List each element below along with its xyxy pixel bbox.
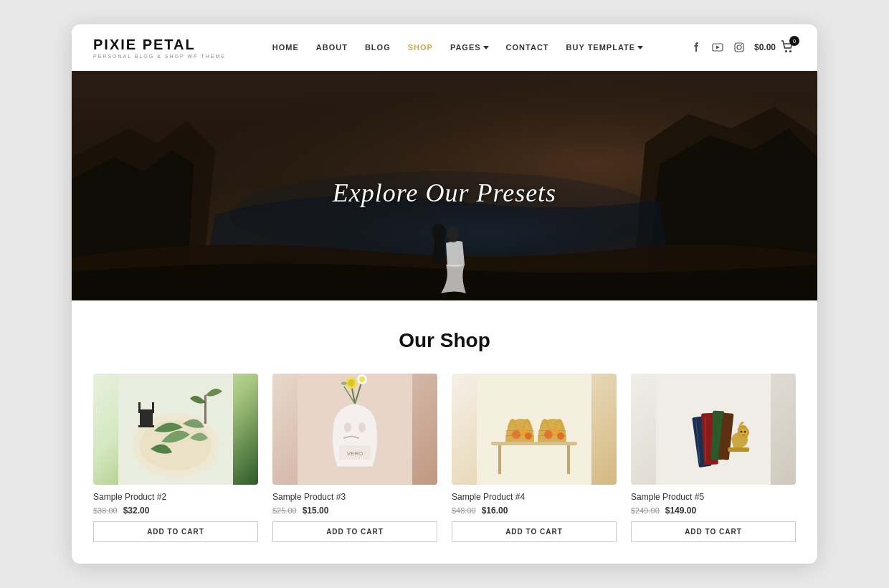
svg-point-40 xyxy=(525,432,532,440)
product-name-2: Sample Product #3 xyxy=(272,492,437,502)
pages-chevron-icon xyxy=(483,46,489,49)
svg-rect-36 xyxy=(498,445,501,474)
add-to-cart-btn-2[interactable]: ADD TO CART xyxy=(272,521,437,542)
original-price-2: $25.00 xyxy=(272,506,297,515)
product-image-4[interactable] xyxy=(631,374,796,485)
svg-rect-18 xyxy=(138,425,154,427)
product-name-1: Sample Product #2 xyxy=(93,492,258,502)
site-header: PIXIE PETAL PERSONAL BLOG & SHOP WP THEM… xyxy=(72,24,817,71)
product-prices-1: $38.00 $32.00 xyxy=(93,506,258,516)
svg-point-23 xyxy=(344,422,351,432)
products-grid: Sample Product #2 $38.00 $32.00 ADD TO C… xyxy=(93,374,796,542)
cart-badge: 0 xyxy=(789,36,799,46)
svg-rect-34 xyxy=(477,374,591,485)
svg-point-3 xyxy=(737,45,741,49)
product-name-4: Sample Product #5 xyxy=(631,492,796,502)
svg-point-6 xyxy=(789,50,791,52)
nav-buy-template[interactable]: BUY TEMPLATE xyxy=(566,43,644,52)
product-card-2: VERO Sample Product #3 $25.00 $15.00 ADD… xyxy=(272,374,437,542)
nav-blog[interactable]: BLOG xyxy=(365,43,391,52)
shop-title: Our Shop xyxy=(93,329,796,352)
svg-rect-20 xyxy=(152,402,154,413)
browser-window: PIXIE PETAL PERSONAL BLOG & SHOP WP THEM… xyxy=(72,24,817,564)
product-image-2[interactable]: VERO xyxy=(272,374,437,485)
product-card-4: Sample Product #5 $249.00 $149.00 ADD TO… xyxy=(631,374,796,542)
product-prices-2: $25.00 $15.00 xyxy=(272,506,437,516)
svg-point-5 xyxy=(785,50,787,52)
sale-price-3: $16.00 xyxy=(482,506,508,516)
nav-contact[interactable]: CONTACT xyxy=(506,43,549,52)
cart-icon-wrapper: 0 xyxy=(780,39,796,55)
add-to-cart-btn-4[interactable]: ADD TO CART xyxy=(631,521,796,542)
logo-sub-text: PERSONAL BLOG & SHOP WP THEME xyxy=(93,54,226,59)
svg-point-24 xyxy=(358,422,366,432)
svg-point-11 xyxy=(432,224,446,241)
youtube-icon[interactable] xyxy=(711,41,724,54)
svg-point-53 xyxy=(741,431,743,433)
main-nav: HOME ABOUT BLOG SHOP PAGES CONTACT BUY T… xyxy=(272,43,643,52)
facebook-icon[interactable] xyxy=(690,41,703,54)
sale-price-4: $149.00 xyxy=(665,506,696,516)
svg-marker-1 xyxy=(716,46,720,49)
svg-point-43 xyxy=(557,432,564,440)
svg-point-27 xyxy=(348,379,355,387)
hero-banner: Explore Our Presets xyxy=(72,71,817,300)
add-to-cart-btn-1[interactable]: ADD TO CART xyxy=(93,521,258,542)
header-right: $0.00 0 xyxy=(690,39,796,55)
svg-rect-21 xyxy=(204,395,206,424)
buy-template-chevron-icon xyxy=(637,46,643,49)
hero-text: Explore Our Presets xyxy=(333,178,556,208)
sale-price-2: $15.00 xyxy=(303,506,329,516)
product-prices-3: $48.00 $16.00 xyxy=(452,506,617,516)
original-price-4: $249.00 xyxy=(631,506,660,515)
svg-rect-17 xyxy=(140,409,153,427)
sale-price-1: $32.00 xyxy=(123,506,150,516)
original-price-3: $48.00 xyxy=(452,506,476,515)
product-card-1: Sample Product #2 $38.00 $32.00 ADD TO C… xyxy=(93,374,258,542)
nav-pages[interactable]: PAGES xyxy=(450,43,489,52)
svg-point-13 xyxy=(447,227,460,242)
svg-rect-19 xyxy=(138,402,141,413)
svg-text:VERO: VERO xyxy=(347,450,363,457)
product-card-3: Sample Product #4 $48.00 $16.00 ADD TO C… xyxy=(452,374,617,542)
nav-about[interactable]: ABOUT xyxy=(316,43,348,52)
cart-area[interactable]: $0.00 0 xyxy=(754,39,796,55)
svg-point-54 xyxy=(744,431,746,433)
svg-point-38 xyxy=(512,430,520,439)
product-image-1[interactable] xyxy=(93,374,258,485)
cart-price: $0.00 xyxy=(754,42,776,52)
add-to-cart-btn-3[interactable]: ADD TO CART xyxy=(452,521,617,542)
nav-shop[interactable]: SHOP xyxy=(408,43,433,52)
svg-point-30 xyxy=(359,376,365,382)
product-name-3: Sample Product #4 xyxy=(452,492,617,502)
instagram-icon[interactable] xyxy=(733,41,746,54)
svg-point-4 xyxy=(741,44,742,45)
svg-rect-55 xyxy=(728,447,749,452)
nav-home[interactable]: HOME xyxy=(272,43,299,52)
product-image-3[interactable] xyxy=(452,374,617,485)
logo-main-text: PIXIE PETAL xyxy=(93,37,226,53)
svg-point-41 xyxy=(544,430,553,439)
shop-section: Our Shop xyxy=(72,300,817,564)
original-price-1: $38.00 xyxy=(93,506,118,515)
product-prices-4: $249.00 $149.00 xyxy=(631,506,796,516)
logo[interactable]: PIXIE PETAL PERSONAL BLOG & SHOP WP THEM… xyxy=(93,37,226,59)
svg-rect-2 xyxy=(735,43,743,52)
svg-rect-37 xyxy=(567,445,570,474)
svg-rect-35 xyxy=(491,442,577,445)
